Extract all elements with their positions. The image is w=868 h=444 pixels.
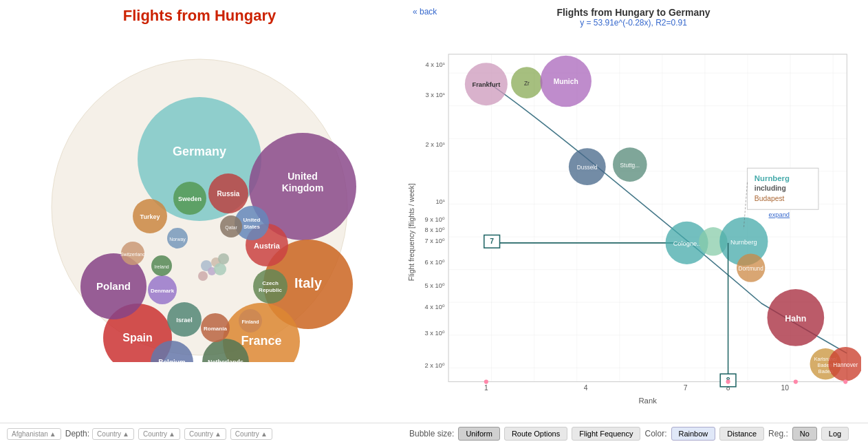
svg-text:States: States xyxy=(243,224,261,230)
right-panel: « back Flights from Hungary to Germany y… xyxy=(399,0,868,423)
svg-text:Hannover: Hannover xyxy=(833,362,858,368)
svg-text:Romania: Romania xyxy=(204,326,227,332)
svg-point-112 xyxy=(484,379,488,383)
svg-text:Hahn: Hahn xyxy=(785,314,806,324)
svg-text:Flight frequency [flights / we: Flight frequency [flights / week] xyxy=(408,183,415,281)
svg-text:7: 7 xyxy=(684,384,688,392)
svg-text:Republic: Republic xyxy=(259,287,282,293)
flight-freq-button[interactable]: Flight Fequency xyxy=(572,427,640,441)
left-panel: Flights from Hungary Germany United King… xyxy=(0,0,399,423)
chart-title: Flights from Hungary to Germany xyxy=(406,7,861,18)
svg-text:Czech: Czech xyxy=(262,280,279,286)
svg-text:Munich: Munich xyxy=(554,78,578,85)
uniform-button[interactable]: Uniform xyxy=(458,427,500,441)
svg-point-113 xyxy=(726,379,730,383)
svg-text:Stuttg...: Stuttg... xyxy=(620,162,640,169)
svg-point-53 xyxy=(218,253,229,264)
filter3-select[interactable]: Country ▲ xyxy=(230,428,272,440)
svg-text:Germany: Germany xyxy=(173,145,226,158)
svg-text:Dusseld: Dusseld xyxy=(577,165,598,171)
svg-text:Rank: Rank xyxy=(638,397,657,405)
svg-text:Cologne..: Cologne.. xyxy=(673,240,701,247)
distance-button[interactable]: Distance xyxy=(719,427,764,441)
svg-text:Budapest: Budapest xyxy=(755,195,785,202)
chart-subtitle: y = 53.91e^(-0.28x), R2=0.91 xyxy=(406,18,861,28)
svg-text:Nurnberg: Nurnberg xyxy=(755,174,790,182)
svg-text:United: United xyxy=(287,171,318,182)
svg-text:10¹: 10¹ xyxy=(435,198,444,205)
svg-text:2 x 10¹: 2 x 10¹ xyxy=(425,141,444,148)
svg-text:Austria: Austria xyxy=(254,242,281,250)
svg-text:expand: expand xyxy=(769,211,790,218)
svg-text:Dortmund: Dortmund xyxy=(739,266,764,272)
svg-text:3 x 10⁰: 3 x 10⁰ xyxy=(425,330,445,337)
svg-text:Belgium: Belgium xyxy=(158,359,186,362)
svg-text:Nurnberg: Nurnberg xyxy=(730,239,757,246)
svg-point-51 xyxy=(214,263,226,275)
depth-select[interactable]: Country ▲ xyxy=(92,428,134,440)
bottom-toolbar: Afghanistan ▲ Depth: Country ▲ Country ▲… xyxy=(0,423,868,444)
svg-text:9 x 10⁰: 9 x 10⁰ xyxy=(425,216,445,223)
reg-no-button[interactable]: No xyxy=(792,427,817,441)
svg-point-115 xyxy=(843,379,847,383)
svg-text:Finland: Finland xyxy=(242,319,259,324)
filter2-select[interactable]: Country ▲ xyxy=(184,428,226,440)
svg-text:Israel: Israel xyxy=(176,317,193,324)
left-title: Flights from Hungary xyxy=(123,7,276,25)
svg-text:7: 7 xyxy=(490,237,494,245)
svg-text:3 x 10¹: 3 x 10¹ xyxy=(425,92,444,98)
svg-text:Russia: Russia xyxy=(217,190,240,198)
svg-text:1: 1 xyxy=(484,384,488,392)
svg-text:Sweden: Sweden xyxy=(178,195,202,202)
svg-text:Ireland: Ireland xyxy=(154,264,169,269)
rainbow-button[interactable]: Rainbow xyxy=(671,427,716,441)
back-link[interactable]: « back xyxy=(413,7,437,17)
svg-text:8 x 10⁰: 8 x 10⁰ xyxy=(425,226,445,233)
svg-text:Turkey: Turkey xyxy=(140,213,160,220)
svg-text:4: 4 xyxy=(584,384,588,392)
svg-text:7 x 10⁰: 7 x 10⁰ xyxy=(425,237,445,244)
country-select[interactable]: Afghanistan ▲ xyxy=(7,428,61,440)
svg-text:including: including xyxy=(755,184,786,192)
svg-text:Denmark: Denmark xyxy=(151,288,175,294)
svg-text:Netherlands: Netherlands xyxy=(208,359,243,362)
reg-log-button[interactable]: Log xyxy=(821,427,849,441)
svg-text:Switzerland: Switzerland xyxy=(120,252,145,257)
svg-text:Poland: Poland xyxy=(96,280,131,292)
depth-item: Depth: Country ▲ xyxy=(65,428,134,440)
svg-text:Kingdom: Kingdom xyxy=(282,182,324,193)
bubble-chart[interactable]: Germany United Kingdom Italy France Spai… xyxy=(34,32,365,362)
svg-text:Italy: Italy xyxy=(294,275,323,290)
svg-text:4 x 10⁰: 4 x 10⁰ xyxy=(425,304,445,310)
svg-text:Frankfurt: Frankfurt xyxy=(472,81,500,88)
svg-text:2 x 10⁰: 2 x 10⁰ xyxy=(425,362,445,369)
svg-point-114 xyxy=(794,379,798,383)
svg-point-26 xyxy=(253,269,287,304)
svg-text:Qatar: Qatar xyxy=(225,225,237,231)
svg-text:10: 10 xyxy=(781,384,790,392)
left-toolbar: Afghanistan ▲ Depth: Country ▲ Country ▲… xyxy=(0,423,399,444)
svg-text:6 x 10⁰: 6 x 10⁰ xyxy=(425,259,445,266)
filter1-select[interactable]: Country ▲ xyxy=(138,428,180,440)
scatter-chart: Flight frequency [flights / week] 4 x 10… xyxy=(406,31,861,419)
svg-text:United: United xyxy=(243,217,261,223)
svg-text:4 x 10¹: 4 x 10¹ xyxy=(425,61,444,68)
route-options-button[interactable]: Route Options xyxy=(504,427,567,441)
svg-text:Spain: Spain xyxy=(122,332,153,343)
svg-text:5 x 10⁰: 5 x 10⁰ xyxy=(425,282,445,289)
svg-text:France: France xyxy=(241,334,281,348)
right-toolbar: Bubble size: Uniform Route Options Fligh… xyxy=(399,423,868,444)
svg-text:Norway: Norway xyxy=(169,237,186,242)
svg-point-52 xyxy=(198,271,208,281)
svg-text:Zr: Zr xyxy=(524,81,530,87)
